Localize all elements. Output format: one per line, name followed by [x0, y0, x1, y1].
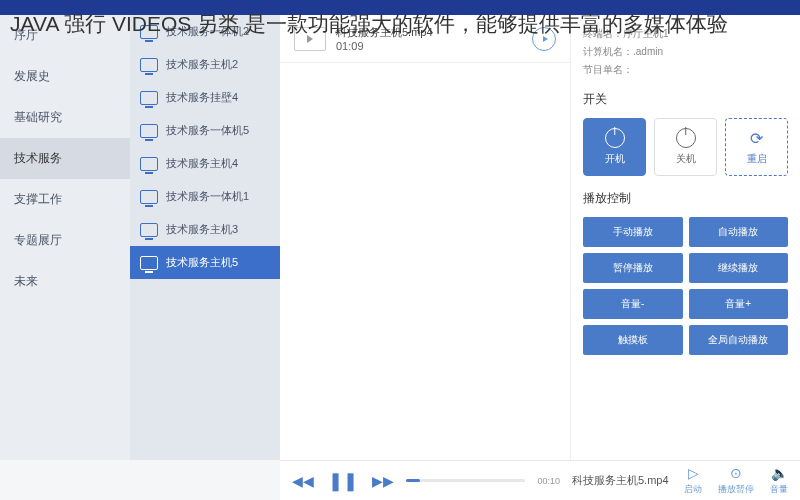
monitor-icon	[140, 190, 158, 204]
video-panel: 科技服务主机5.mp4 01:09	[280, 15, 570, 460]
global-autoplay-button[interactable]: 全局自动播放	[689, 325, 789, 355]
rewind-button[interactable]: ◀◀	[292, 473, 314, 489]
restart-button[interactable]: ⟳重启	[725, 118, 788, 176]
video-duration: 01:09	[336, 40, 522, 52]
host-label: 技术服务一体机2	[166, 24, 249, 39]
volume-up-button[interactable]: 音量+	[689, 289, 789, 319]
monitor-icon	[140, 124, 158, 138]
power-off-button[interactable]: 关机	[654, 118, 717, 176]
progress-bar[interactable]	[406, 479, 525, 482]
pause-play-button[interactable]: 暂停播放	[583, 253, 683, 283]
pause-action[interactable]: ⊙播放暂停	[718, 465, 754, 496]
computer-name-value: .admin	[633, 46, 663, 57]
power-on-button[interactable]: 开机	[583, 118, 646, 176]
player-bar: ◀◀ ❚❚ ▶▶ 00:10 科技服务主机5.mp4 ▷启动 ⊙播放暂停 🔈音量	[280, 460, 800, 500]
host-label: 技术服务挂壁4	[166, 90, 238, 105]
volume-action[interactable]: 🔈音量	[770, 465, 788, 496]
nav-item-history[interactable]: 发展史	[0, 56, 130, 97]
terminal-name-label: 终端名：	[583, 28, 623, 39]
elapsed-time: 00:10	[537, 476, 560, 486]
speaker-icon: 🔈	[771, 465, 788, 481]
host-label: 技术服务主机2	[166, 57, 238, 72]
host-label: 技术服务一体机1	[166, 189, 249, 204]
restart-icon: ⟳	[747, 128, 767, 148]
nav-item-research[interactable]: 基础研究	[0, 97, 130, 138]
host-item[interactable]: 技术服务挂壁4	[130, 81, 280, 114]
host-label: 技术服务主机3	[166, 222, 238, 237]
volume-down-button[interactable]: 音量-	[583, 289, 683, 319]
host-item[interactable]: 技术服务主机4	[130, 147, 280, 180]
host-item[interactable]: 技术服务主机2	[130, 48, 280, 81]
nav-item-future[interactable]: 未来	[0, 261, 130, 302]
header-play-button[interactable]	[532, 27, 556, 51]
power-off-label: 关机	[676, 152, 696, 166]
monitor-icon	[140, 157, 158, 171]
host-item[interactable]: 技术服务一体机2	[130, 15, 280, 48]
monitor-icon	[140, 91, 158, 105]
play-icon	[307, 35, 313, 43]
host-item[interactable]: 技术服务主机5	[130, 246, 280, 279]
touchpad-button[interactable]: 触摸板	[583, 325, 683, 355]
progress-fill	[406, 479, 420, 482]
nav-item-exhibition[interactable]: 专题展厅	[0, 220, 130, 261]
volume-label: 音量	[770, 483, 788, 496]
now-playing-title: 科技服务主机5.mp4	[572, 473, 672, 488]
nav-item-lobby[interactable]: 序厅	[0, 15, 130, 56]
pause-label: 播放暂停	[718, 483, 754, 496]
play-icon	[543, 36, 548, 42]
start-label: 启动	[684, 483, 702, 496]
control-panel: 终端名：序厅主机1 计算机名：.admin 节目单名： 开关 开机 关机 ⟳重启…	[570, 15, 800, 460]
monitor-icon	[140, 256, 158, 270]
nav-item-support[interactable]: 支撑工作	[0, 179, 130, 220]
playback-section-title: 播放控制	[583, 190, 788, 207]
stop-icon: ⊙	[730, 465, 742, 481]
computer-name-label: 计算机名：	[583, 46, 633, 57]
video-thumbnail[interactable]	[294, 27, 326, 51]
video-header: 科技服务主机5.mp4 01:09	[280, 15, 570, 63]
hosts-sidebar: 技术服务一体机2 技术服务主机2 技术服务挂壁4 技术服务一体机5 技术服务主机…	[130, 15, 280, 460]
host-item[interactable]: 技术服务一体机1	[130, 180, 280, 213]
program-name-label: 节目单名：	[583, 64, 633, 75]
forward-button[interactable]: ▶▶	[372, 473, 394, 489]
app-top-bar	[0, 0, 800, 15]
power-section-title: 开关	[583, 91, 788, 108]
power-on-label: 开机	[605, 152, 625, 166]
terminal-name-value: 序厅主机1	[623, 28, 669, 39]
host-item[interactable]: 技术服务主机3	[130, 213, 280, 246]
video-title: 科技服务主机5.mp4	[336, 25, 522, 40]
pause-button[interactable]: ❚❚	[328, 470, 358, 492]
monitor-icon	[140, 58, 158, 72]
nav-item-tech-service[interactable]: 技术服务	[0, 138, 130, 179]
host-item[interactable]: 技术服务一体机5	[130, 114, 280, 147]
host-label: 技术服务主机4	[166, 156, 238, 171]
restart-label: 重启	[747, 152, 767, 166]
manual-play-button[interactable]: 手动播放	[583, 217, 683, 247]
nav-sidebar: 序厅 发展史 基础研究 技术服务 支撑工作 专题展厅 未来	[0, 15, 130, 460]
auto-play-button[interactable]: 自动播放	[689, 217, 789, 247]
host-label: 技术服务主机5	[166, 255, 238, 270]
host-label: 技术服务一体机5	[166, 123, 249, 138]
monitor-icon	[140, 25, 158, 39]
power-icon	[605, 128, 625, 148]
monitor-icon	[140, 223, 158, 237]
power-icon	[676, 128, 696, 148]
resume-play-button[interactable]: 继续播放	[689, 253, 789, 283]
play-icon: ▷	[688, 465, 699, 481]
start-action[interactable]: ▷启动	[684, 465, 702, 496]
